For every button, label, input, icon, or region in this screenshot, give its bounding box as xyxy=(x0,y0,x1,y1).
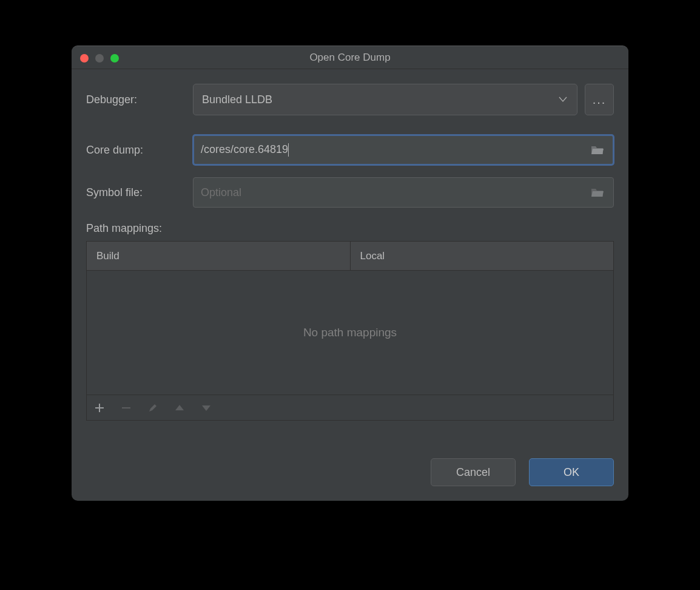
minus-icon xyxy=(121,403,131,413)
column-build[interactable]: Build xyxy=(87,242,350,270)
minimize-window-icon[interactable] xyxy=(95,54,104,63)
edit-mapping-button[interactable] xyxy=(146,401,160,415)
remove-mapping-button[interactable] xyxy=(119,401,133,415)
folder-icon xyxy=(591,187,604,198)
core-dump-input[interactable]: /cores/core.64819 xyxy=(193,135,614,165)
symbol-file-row: Symbol file: Optional xyxy=(86,177,614,208)
column-local[interactable]: Local xyxy=(350,242,614,270)
plus-icon xyxy=(95,403,104,413)
table-empty-text: No path mappings xyxy=(303,326,397,339)
move-up-button[interactable] xyxy=(173,401,186,415)
table-header: Build Local xyxy=(87,242,613,271)
triangle-down-icon xyxy=(201,404,211,412)
symbol-file-input[interactable]: Optional xyxy=(193,177,614,208)
table-toolbar xyxy=(87,395,613,420)
close-window-icon[interactable] xyxy=(80,54,89,63)
browse-core-dump-button[interactable] xyxy=(589,144,606,155)
dialog-content: Debugger: Bundled LLDB ... Core dump: /c… xyxy=(72,69,628,445)
path-mappings-label: Path mappings: xyxy=(86,222,614,235)
window-controls xyxy=(80,54,119,63)
dialog-footer: Cancel OK xyxy=(72,445,628,501)
folder-icon xyxy=(591,144,604,155)
pencil-icon xyxy=(148,403,158,413)
core-dump-label: Core dump: xyxy=(86,144,193,157)
debugger-configure-button[interactable]: ... xyxy=(585,84,614,115)
table-empty-body: No path mappings xyxy=(87,271,613,395)
core-dump-value: /cores/core.64819 xyxy=(201,143,589,157)
debugger-selected: Bundled LLDB xyxy=(202,93,272,106)
move-down-button[interactable] xyxy=(200,401,213,415)
add-mapping-button[interactable] xyxy=(93,401,106,415)
path-mappings-table: Build Local No path mappings xyxy=(86,241,614,421)
debugger-dropdown[interactable]: Bundled LLDB xyxy=(193,84,577,115)
ok-button[interactable]: OK xyxy=(529,458,614,486)
chevron-down-icon xyxy=(559,97,567,103)
titlebar: Open Core Dump xyxy=(72,46,628,69)
ellipsis-icon: ... xyxy=(593,93,607,107)
open-core-dump-dialog: Open Core Dump Debugger: Bundled LLDB ..… xyxy=(72,46,628,501)
triangle-up-icon xyxy=(175,404,184,412)
debugger-row: Debugger: Bundled LLDB ... xyxy=(86,84,614,115)
symbol-file-placeholder: Optional xyxy=(201,186,589,199)
maximize-window-icon[interactable] xyxy=(110,54,119,63)
browse-symbol-file-button[interactable] xyxy=(589,187,606,198)
core-dump-row: Core dump: /cores/core.64819 xyxy=(86,135,614,165)
cancel-button[interactable]: Cancel xyxy=(431,458,516,486)
debugger-label: Debugger: xyxy=(86,93,193,106)
dialog-title: Open Core Dump xyxy=(72,52,628,64)
symbol-file-label: Symbol file: xyxy=(86,186,193,199)
